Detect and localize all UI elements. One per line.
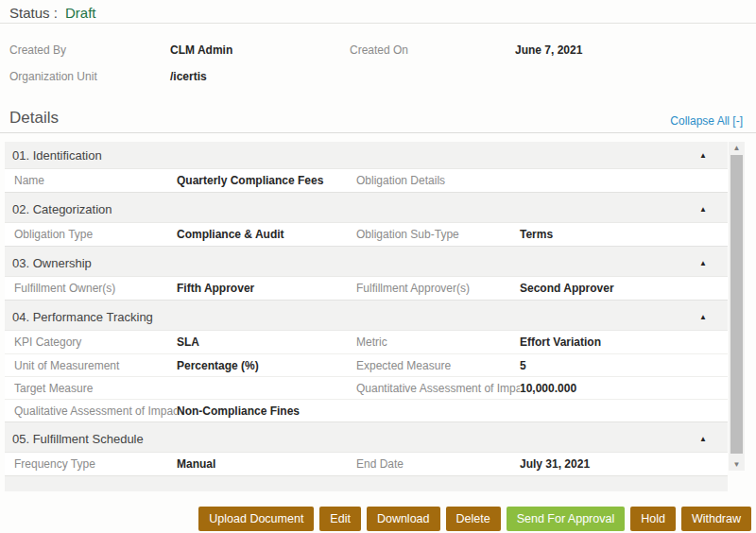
action-button-edit[interactable]: Edit: [319, 507, 361, 531]
field-value: 5: [520, 354, 728, 377]
field-label: Quantitative Assessment of Impact: [356, 377, 520, 400]
scroll-down-icon[interactable]: ▼: [729, 458, 745, 471]
scrollbar-thumb[interactable]: [730, 155, 743, 454]
field-label: Metric: [356, 331, 520, 353]
detail-row: Frequency Type Manual End Date July 31, …: [5, 453, 728, 475]
field-label: Expected Measure: [356, 354, 520, 377]
section-header[interactable]: 03. Ownership ▲: [5, 251, 728, 276]
field-label: Fulfillment Approver(s): [356, 277, 520, 300]
field-label: Obligation Sub-Type: [356, 223, 520, 246]
footer-actions: Upload DocumentEditDownloadDeleteSend Fo…: [198, 507, 751, 531]
detail-row: Unit of Measurement Percentage (%) Expec…: [5, 353, 728, 376]
collapse-arrow-icon[interactable]: ▲: [699, 144, 707, 168]
field-label: Qualitative Assessment of Impact: [14, 400, 177, 422]
action-button-withdraw[interactable]: Withdraw: [681, 507, 751, 531]
field-label: Obligation Type: [14, 223, 177, 246]
field-label: Frequency Type: [14, 453, 177, 475]
field-value: Fifth Approver: [177, 277, 356, 300]
detail-row: Target Measure Quantitative Assessment o…: [5, 376, 728, 399]
action-button-hold[interactable]: Hold: [630, 507, 676, 531]
field-value: Quarterly Compliance Fees: [177, 169, 356, 192]
field-label: Fulfillment Owner(s): [14, 277, 177, 300]
section-title: 02. Categorization: [12, 202, 112, 216]
section-rows: Obligation Type Compliance & Audit Oblig…: [5, 222, 728, 247]
field-value: Terms: [520, 223, 728, 246]
meta-fields: Created By CLM Admin Created On June 7, …: [0, 37, 756, 90]
details-section: 01. Identification ▲ Name Quarterly Comp…: [5, 144, 728, 193]
field-value: SLA: [177, 331, 356, 353]
status-value: Draft: [65, 5, 96, 21]
section-rows: KPI Category SLA Metric Effort Variation…: [5, 330, 728, 422]
field-label: Name: [14, 169, 177, 192]
created-on-label: Created On: [350, 43, 515, 57]
created-by-value: CLM Admin: [170, 43, 350, 57]
collapse-all-link[interactable]: Collapse All [-]: [670, 114, 743, 128]
field-value: Non-Compliance Fines: [177, 400, 356, 422]
action-button-upload-document[interactable]: Upload Document: [198, 507, 314, 531]
field-value: July 31, 2021: [520, 453, 728, 475]
details-section: 02. Categorization ▲ Obligation Type Com…: [5, 198, 728, 247]
field-value: 10,000.000: [520, 377, 728, 400]
scroll-up-icon[interactable]: ▲: [729, 142, 745, 154]
collapse-arrow-icon[interactable]: ▲: [699, 251, 707, 276]
status-bar: Status : Draft: [0, 0, 756, 24]
detail-row: Fulfillment Owner(s) Fifth Approver Fulf…: [5, 277, 728, 300]
field-label: End Date: [356, 453, 520, 475]
detail-row: KPI Category SLA Metric Effort Variation: [5, 331, 728, 353]
field-label: Obligation Details: [356, 169, 520, 192]
section-title: 05. Fulfillment Schedule: [12, 432, 144, 446]
details-scrollbar: ▲ ▼: [729, 142, 745, 471]
field-label: Unit of Measurement: [14, 354, 177, 377]
section-title: 01. Identification: [12, 148, 102, 163]
section-title: 04. Performance Tracking: [12, 310, 153, 324]
details-sections: 01. Identification ▲ Name Quarterly Comp…: [5, 144, 728, 476]
section-header[interactable]: 01. Identification ▲: [5, 144, 728, 168]
status-label: Status :: [9, 5, 58, 21]
field-value: Effort Variation: [520, 331, 728, 353]
details-panel: 01. Identification ▲ Name Quarterly Comp…: [5, 142, 728, 491]
field-value: Second Approver: [520, 277, 728, 300]
collapse-arrow-icon[interactable]: ▲: [699, 427, 707, 452]
detail-row: Qualitative Assessment of Impact Non-Com…: [5, 399, 728, 421]
organization-unit-label: Organization Unit: [9, 70, 170, 83]
details-section: 04. Performance Tracking ▲ KPI Category …: [5, 305, 728, 422]
collapse-arrow-icon[interactable]: ▲: [699, 198, 707, 222]
detail-row: Obligation Type Compliance & Audit Oblig…: [5, 223, 728, 246]
field-label: Target Measure: [14, 377, 177, 400]
details-section: 03. Ownership ▲ Fulfillment Owner(s) Fif…: [5, 251, 728, 301]
action-button-send-for-approval[interactable]: Send For Approval: [507, 507, 626, 531]
section-rows: Frequency Type Manual End Date July 31, …: [5, 452, 728, 476]
details-title: Details: [9, 109, 59, 128]
collapse-arrow-icon[interactable]: ▲: [699, 305, 707, 330]
details-header: Details Collapse All [-]: [0, 107, 756, 133]
field-value: Compliance & Audit: [177, 223, 356, 246]
field-label: KPI Category: [14, 331, 177, 353]
created-by-label: Created By: [9, 43, 170, 57]
section-header[interactable]: 04. Performance Tracking ▲: [5, 305, 728, 330]
organization-unit-value: /icertis: [170, 70, 350, 83]
action-button-download[interactable]: Download: [367, 507, 440, 531]
detail-row: Name Quarterly Compliance Fees Obligatio…: [5, 169, 728, 192]
created-on-value: June 7, 2021: [515, 43, 756, 57]
section-header[interactable]: 02. Categorization ▲: [5, 198, 728, 222]
section-rows: Name Quarterly Compliance Fees Obligatio…: [5, 168, 728, 193]
section-header[interactable]: 05. Fulfillment Schedule ▲: [5, 427, 728, 452]
field-value: Manual: [177, 453, 356, 475]
details-section: 05. Fulfillment Schedule ▲ Frequency Typ…: [5, 427, 728, 476]
section-title: 03. Ownership: [12, 256, 92, 270]
field-value: Percentage (%): [177, 354, 356, 377]
action-button-delete[interactable]: Delete: [446, 507, 501, 531]
section-rows: Fulfillment Owner(s) Fifth Approver Fulf…: [5, 276, 728, 301]
